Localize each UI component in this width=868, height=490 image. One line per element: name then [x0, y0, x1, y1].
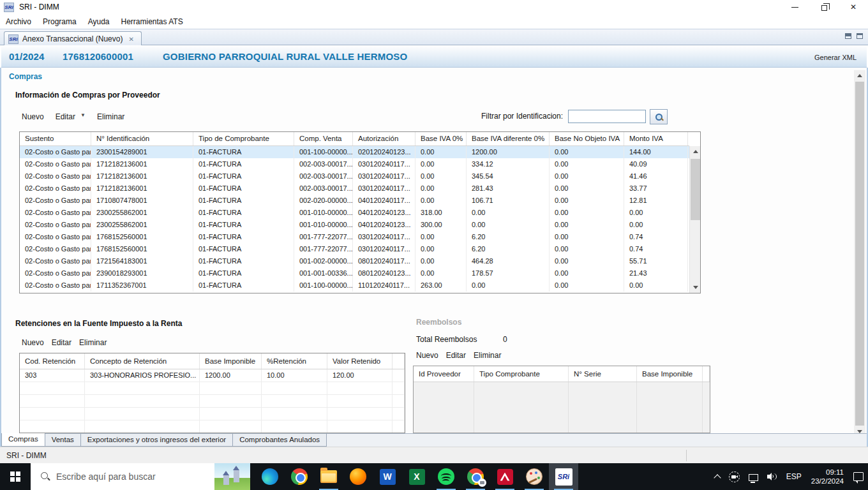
column-header[interactable]: Valor Retenido — [327, 353, 393, 369]
eliminar-button[interactable]: Eliminar — [97, 112, 124, 121]
table-row[interactable]: 02-Costo o Gasto para d...17681525600010… — [20, 243, 689, 255]
taskbar-search[interactable] — [31, 463, 250, 490]
table-row[interactable]: 02-Costo o Gasto para d...23002558620010… — [20, 219, 689, 231]
tab-anexo-transaccional[interactable]: SRi Anexo Transaccional (Nuevo) ✕ — [4, 31, 142, 46]
taskbar-chrome-app-button[interactable] — [461, 463, 490, 490]
taskbar-edge-button[interactable] — [255, 463, 285, 490]
column-header[interactable]: Comp. Venta — [294, 132, 353, 145]
column-header[interactable]: Base No Objeto IVA — [550, 132, 624, 145]
column-header[interactable]: Base IVA diferente 0% — [467, 132, 550, 145]
table-cell: 01-FACTURA — [193, 170, 294, 182]
menu-ayuda[interactable]: Ayuda — [82, 15, 116, 28]
minimize-button[interactable] — [780, 0, 809, 14]
column-header[interactable]: Sustento — [20, 132, 91, 145]
column-header[interactable]: Autorización — [353, 132, 415, 145]
table-row[interactable]: 02-Costo o Gasto para d...17121821360010… — [20, 158, 689, 170]
start-button[interactable] — [0, 463, 31, 490]
ret-nuevo-button[interactable]: Nuevo — [22, 338, 44, 347]
view-scroll-up-icon[interactable] — [854, 70, 865, 81]
nuevo-button[interactable]: Nuevo — [22, 112, 44, 121]
view-scrollbar-thumb[interactable] — [855, 82, 864, 426]
table-cell: 020120240123... — [353, 146, 415, 158]
tab-compras[interactable]: Compras — [1, 433, 45, 447]
table-row — [20, 395, 405, 408]
taskbar-excel-button[interactable]: X — [402, 463, 431, 490]
taskbar-paint-button[interactable] — [520, 463, 549, 490]
table-cell: 01-FACTURA — [193, 207, 294, 219]
tray-volume[interactable] — [763, 463, 782, 490]
taskbar-chrome-button[interactable] — [285, 463, 314, 490]
scroll-up-icon[interactable] — [690, 146, 701, 157]
filter-input[interactable] — [568, 110, 646, 123]
column-header[interactable]: Base Imponible — [637, 366, 703, 382]
view-minimize-icon[interactable] — [845, 33, 851, 39]
tray-action-center[interactable] — [849, 463, 868, 490]
tab-exportaciones[interactable]: Exportaciones y otros ingresos del exter… — [81, 434, 233, 447]
tab-close-icon[interactable]: ✕ — [126, 35, 135, 43]
column-header[interactable]: Tipo Comprobante — [474, 366, 569, 382]
tray-chevron-up[interactable] — [710, 463, 724, 490]
table-cell: 01-FACTURA — [193, 231, 294, 243]
ret-editar-button[interactable]: Editar — [52, 338, 71, 347]
reem-nuevo-button[interactable]: Nuevo — [416, 351, 438, 360]
reem-eliminar-button[interactable]: Eliminar — [474, 351, 501, 360]
tray-meet-now[interactable] — [724, 463, 744, 490]
column-header[interactable]: Monto IVA — [624, 132, 688, 145]
table-row[interactable]: 02-Costo o Gasto para d...23001542890010… — [20, 146, 689, 158]
table-cell: 6.20 — [467, 243, 550, 255]
table-cell: 0.00 — [550, 158, 624, 170]
taskbar-file-explorer-button[interactable] — [314, 463, 343, 490]
taskbar-word-button[interactable]: W — [373, 463, 402, 490]
editar-dropdown-icon[interactable]: ▼ — [80, 112, 86, 121]
column-header[interactable]: Base IVA 0% — [415, 132, 467, 145]
table-row[interactable]: 02-Costo o Gasto para d...17215641830010… — [20, 255, 689, 267]
table-cell: 002-003-00017... — [294, 170, 353, 182]
tray-network[interactable] — [744, 463, 763, 490]
tab-comprobantes-anulados[interactable]: Comprobantes Anulados — [233, 434, 327, 447]
scrollbar-thumb[interactable] — [691, 159, 700, 220]
table-row[interactable]: 02-Costo o Gasto para d...23900182930010… — [20, 267, 689, 279]
table-row[interactable]: 02-Costo o Gasto para d...17121821360010… — [20, 182, 689, 195]
menu-herramientas-ats[interactable]: Herramientas ATS — [116, 15, 189, 28]
table-cell: 0.00 — [550, 255, 624, 267]
table-row[interactable]: 02-Costo o Gasto para d...17121821360010… — [20, 170, 689, 182]
table-row[interactable]: 02-Costo o Gasto para d...23002558620010… — [20, 207, 689, 219]
column-header[interactable]: Id Proveedor — [414, 366, 474, 382]
scroll-down-icon[interactable] — [690, 282, 701, 293]
column-header[interactable]: N° Serie — [569, 366, 637, 382]
column-header[interactable]: Cod. Retención — [20, 353, 85, 369]
table-row[interactable]: 02-Costo o Gasto para d...17108074780010… — [20, 195, 689, 207]
tab-ventas[interactable]: Ventas — [45, 434, 81, 447]
menu-programa[interactable]: Programa — [37, 15, 82, 28]
tray-language[interactable]: ESP — [782, 463, 806, 490]
table-cell: 0.00 — [550, 219, 624, 231]
filter-search-button[interactable] — [650, 109, 668, 124]
retenciones-table: Cod. RetenciónConcepto de RetenciónBase … — [19, 353, 405, 433]
view-scrollbar[interactable] — [854, 70, 865, 437]
status-text: SRI - DIMM — [6, 451, 47, 460]
table-row[interactable]: 02-Costo o Gasto para d...17113523670010… — [20, 279, 689, 292]
taskbar-sri-dimm-button[interactable]: SRi — [549, 463, 578, 490]
taskbar-search-input[interactable] — [56, 471, 190, 482]
ret-eliminar-button[interactable]: Eliminar — [79, 338, 107, 347]
table-row[interactable]: 02-Costo o Gasto para d...17681525600010… — [20, 231, 689, 243]
taskbar-spotify-button[interactable] — [431, 463, 461, 490]
compras-table-scrollbar[interactable] — [689, 146, 700, 293]
column-header[interactable]: Concepto de Retención — [85, 353, 200, 369]
taskbar-firefox-button[interactable] — [343, 463, 373, 490]
column-header[interactable]: %Retención — [262, 353, 327, 369]
column-header[interactable]: Tipo de Comprobante — [193, 132, 294, 145]
restore-button[interactable] — [809, 0, 839, 14]
close-button[interactable]: ✕ — [839, 0, 868, 14]
generar-xml-button[interactable]: Generar XML — [814, 54, 857, 61]
view-maximize-icon[interactable] — [857, 33, 863, 39]
editar-button[interactable]: Editar — [56, 112, 75, 121]
menu-archivo[interactable]: Archivo — [0, 15, 37, 28]
table-row[interactable]: 303303-HONORARIOS PROFESIO...1200.0010.0… — [20, 369, 405, 382]
taskbar-acrobat-button[interactable] — [490, 463, 520, 490]
table-cell: 002-003-00017... — [294, 182, 353, 195]
column-header[interactable]: Base Imponible — [200, 353, 262, 369]
column-header[interactable]: N° Identificación — [91, 132, 193, 145]
tray-clock[interactable]: 09:11 23/2/2024 — [806, 463, 849, 490]
reem-editar-button[interactable]: Editar — [446, 351, 466, 360]
